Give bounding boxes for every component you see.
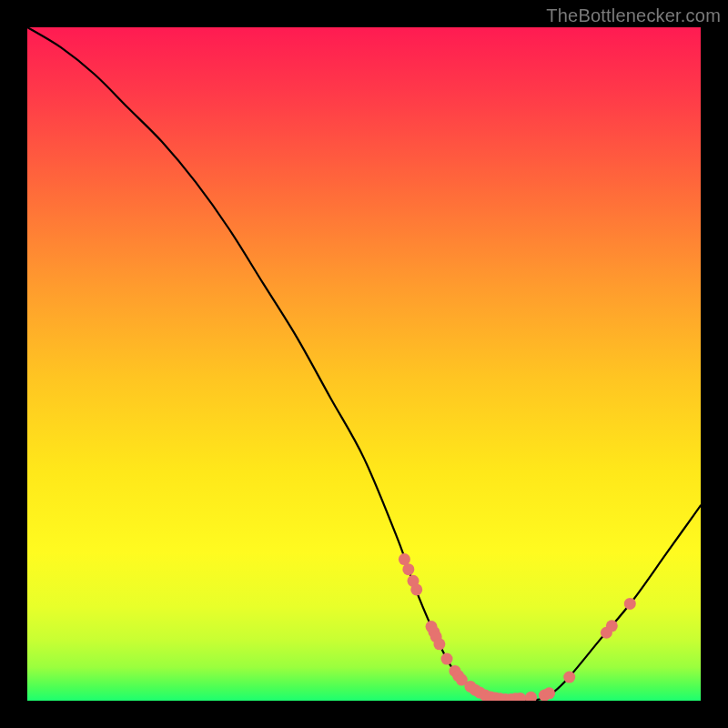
marker-dot <box>410 583 422 595</box>
plot-area <box>27 27 701 701</box>
marker-dot <box>606 620 618 632</box>
marker-dot <box>525 692 537 701</box>
marker-group <box>399 553 636 701</box>
marker-dot <box>402 563 414 575</box>
marker-dot <box>433 638 445 650</box>
marker-dot <box>624 598 636 610</box>
credit-watermark: TheBottlenecker.com <box>546 5 721 26</box>
marker-dot <box>399 553 410 565</box>
marker-dot <box>543 687 555 699</box>
chart-stage: TheBottlenecker.com <box>0 0 728 728</box>
marker-dot <box>441 653 453 665</box>
curve-layer <box>27 27 701 701</box>
marker-dot <box>563 672 575 683</box>
bottleneck-curve <box>27 27 701 701</box>
